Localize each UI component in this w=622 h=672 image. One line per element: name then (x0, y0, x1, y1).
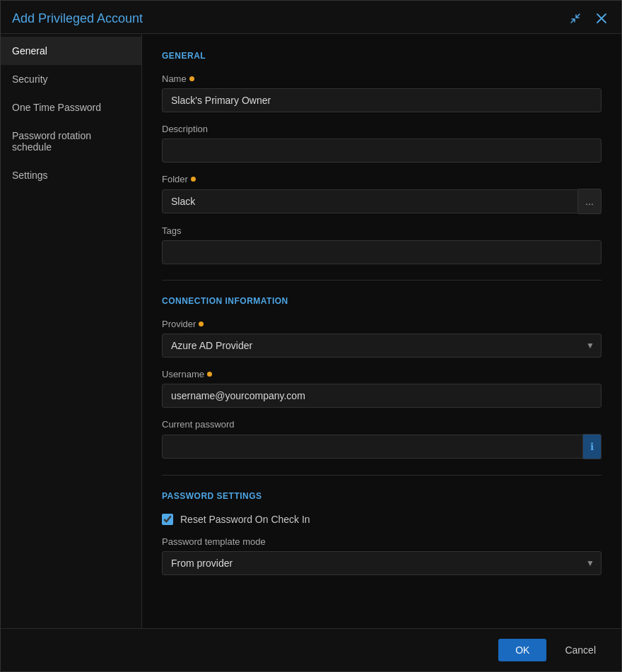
general-section: GENERAL Name Description Folder (162, 51, 602, 264)
current-password-input[interactable] (162, 435, 583, 459)
connection-section: CONNECTION INFORMATION Provider Azure AD… (162, 296, 602, 459)
description-input[interactable] (162, 138, 602, 163)
sidebar-item-general[interactable]: General (1, 37, 141, 65)
folder-required-indicator (191, 177, 196, 182)
section-divider-2 (162, 475, 602, 476)
description-label: Description (162, 124, 602, 134)
minimize-button[interactable] (566, 11, 585, 26)
description-group: Description (162, 124, 602, 163)
current-password-group: Current password ℹ (162, 419, 602, 459)
reset-password-group: Reset Password On Check In (162, 514, 602, 525)
section-divider-1 (162, 280, 602, 281)
tags-group: Tags (162, 225, 602, 264)
folder-input-wrapper: ... (162, 189, 602, 214)
provider-group: Provider Azure AD Provider Local LDAP ▼ (162, 319, 602, 358)
ok-button[interactable]: OK (498, 639, 546, 661)
reset-password-label[interactable]: Reset Password On Check In (180, 514, 310, 525)
provider-required-indicator (199, 322, 204, 326)
current-password-label: Current password (162, 419, 602, 430)
sidebar-item-security[interactable]: Security (1, 65, 141, 93)
folder-input[interactable] (162, 189, 578, 213)
password-settings-title: PASSWORD SETTINGS (162, 491, 602, 501)
folder-group: Folder ... (162, 174, 602, 214)
sidebar-item-password-rotation[interactable]: Password rotation schedule (1, 122, 141, 161)
username-group: Username (162, 369, 602, 408)
close-button[interactable] (593, 11, 610, 25)
username-input[interactable] (162, 384, 602, 408)
password-template-label: Password template mode (162, 536, 602, 547)
info-icon: ℹ (590, 441, 594, 452)
name-required-indicator (189, 76, 194, 81)
password-info-button[interactable]: ℹ (583, 434, 602, 459)
reset-password-checkbox[interactable] (162, 514, 173, 525)
provider-label: Provider (162, 319, 602, 329)
dialog-body: General Security One Time Password Passw… (1, 34, 621, 628)
password-input-wrapper: ℹ (162, 434, 602, 459)
cancel-button[interactable]: Cancel (553, 639, 607, 661)
password-template-group: Password template mode From provider Cus… (162, 536, 602, 575)
folder-browse-button[interactable]: ... (578, 189, 602, 214)
password-template-select-wrapper: From provider Custom ▼ (162, 551, 602, 575)
dialog-title: Add Privileged Account (12, 11, 143, 26)
name-input[interactable] (162, 88, 602, 112)
dialog-footer: OK Cancel (1, 628, 621, 671)
sidebar-item-settings[interactable]: Settings (1, 161, 141, 189)
sidebar: General Security One Time Password Passw… (1, 34, 142, 628)
provider-select-wrapper: Azure AD Provider Local LDAP ▼ (162, 334, 602, 358)
folder-label: Folder (162, 174, 602, 184)
header-icons (566, 11, 610, 26)
provider-select[interactable]: Azure AD Provider Local LDAP (162, 334, 602, 358)
tags-label: Tags (162, 225, 602, 236)
add-privileged-account-dialog: Add Privileged Account General Secu (0, 0, 622, 672)
password-settings-section: PASSWORD SETTINGS Reset Password On Chec… (162, 491, 602, 575)
name-group: Name (162, 73, 602, 112)
password-template-select[interactable]: From provider Custom (162, 551, 602, 575)
sidebar-item-otp[interactable]: One Time Password (1, 93, 141, 122)
main-content: GENERAL Name Description Folder (142, 34, 621, 628)
tags-input[interactable] (162, 240, 602, 264)
dialog-header: Add Privileged Account (1, 1, 621, 34)
connection-section-title: CONNECTION INFORMATION (162, 296, 602, 306)
general-section-title: GENERAL (162, 51, 602, 61)
username-required-indicator (207, 372, 212, 377)
username-label: Username (162, 369, 602, 379)
name-label: Name (162, 73, 602, 84)
